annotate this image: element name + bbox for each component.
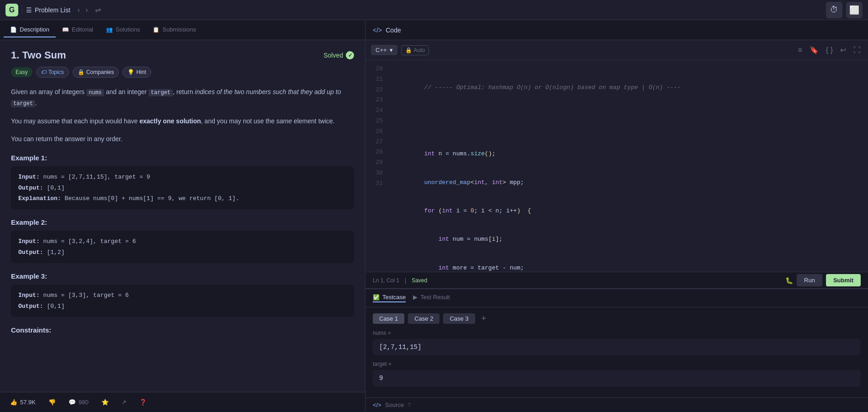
comments-button[interactable]: 💬 980	[66, 397, 91, 407]
problem-content: 1. Two Sum Solved ✓ Easy 🏷 Topics 🔒 Comp…	[0, 40, 365, 392]
fullscreen-button[interactable]: ⛶	[852, 44, 863, 56]
code-toolbar: C++ ▾ 🔒 Auto ≡ 🔖 { } ↩ ⛶	[365, 40, 868, 60]
example-2-title: Example 2:	[11, 218, 354, 226]
problem-tags: Easy 🏷 Topics 🔒 Companies 💡 Hint	[11, 67, 354, 78]
line-num-30: 30	[365, 168, 388, 179]
help-button[interactable]: ❓	[137, 397, 149, 407]
companies-tag[interactable]: 🔒 Companies	[73, 67, 119, 78]
nums-code: nums	[86, 89, 104, 96]
thumbs-up-icon: 👍	[10, 399, 17, 406]
testcase-content: Case 1 Case 2 Case 3 + nums = [2,7,11,15…	[365, 307, 868, 397]
line-num-29: 29	[365, 158, 388, 168]
undo-button[interactable]: ↩	[838, 44, 848, 56]
tab-description[interactable]: 📄 Description	[4, 22, 56, 37]
next-button[interactable]: ›	[84, 4, 90, 16]
tab-solutions-label: Solutions	[116, 26, 140, 33]
auto-label: Auto	[414, 47, 425, 53]
line-num-24: 24	[365, 106, 388, 116]
bottom-panel: ✅ Testcase ▶ Test Result Case 1 Case 2 C…	[365, 289, 868, 412]
topics-tag[interactable]: 🏷 Topics	[36, 67, 69, 78]
line-num-20: 20	[365, 64, 388, 74]
nav-right: ⏱ ⬜	[826, 2, 863, 18]
nums-value[interactable]: [2,7,11,15]	[373, 339, 861, 355]
code-line-24: unordered_map<int, int> mpp;	[396, 178, 861, 188]
code-status-bar: Ln 1, Col 1 | Saved 🐛 Run Submit	[365, 272, 868, 289]
shuffle-button[interactable]: ⇌	[93, 4, 103, 16]
dislike-button[interactable]: 👎	[46, 397, 58, 407]
left-tabs: 📄 Description 📖 Editorial 👥 Solutions 📋 …	[0, 20, 365, 40]
submit-button[interactable]: Submit	[826, 274, 861, 286]
logo[interactable]: G	[5, 4, 18, 16]
case-2-tab[interactable]: Case 2	[408, 313, 439, 324]
problem-title: 1. Two Sum	[11, 49, 66, 61]
format-code-button[interactable]: { }	[824, 44, 835, 56]
line-num-21: 21	[365, 74, 388, 85]
test-result-label: Test Result	[420, 294, 450, 301]
code-brackets-icon: </>	[373, 26, 382, 34]
lock-small-icon: 🔒	[405, 47, 412, 53]
chevron-down-icon: ▾	[390, 47, 393, 53]
auto-badge-button[interactable]: 🔒 Auto	[401, 45, 429, 55]
target-value[interactable]: 9	[373, 370, 861, 386]
problem-list-label: Problem List	[35, 6, 70, 14]
code-line-27: int more = target - num;	[396, 264, 861, 272]
lock-icon: 🔒	[78, 69, 85, 75]
code-header: </> Code	[365, 20, 868, 40]
code-header-title: Code	[386, 26, 401, 34]
source-label: Source	[385, 401, 404, 408]
solved-badge: Solved ✓	[323, 51, 354, 59]
line-num-28: 28	[365, 147, 388, 158]
layout-button[interactable]: ⬜	[846, 2, 863, 18]
tab-solutions[interactable]: 👥 Solutions	[100, 22, 146, 37]
tab-test-result[interactable]: ▶ Test Result	[413, 294, 450, 302]
case-tabs: Case 1 Case 2 Case 3 +	[373, 313, 861, 324]
tab-submissions-label: Submissions	[162, 26, 196, 33]
add-case-button[interactable]: +	[479, 313, 489, 324]
timer-button[interactable]: ⏱	[826, 2, 842, 18]
hint-tag[interactable]: 💡 Hint	[122, 67, 151, 78]
main-layout: 📄 Description 📖 Editorial 👥 Solutions 📋 …	[0, 20, 868, 412]
case-1-tab[interactable]: Case 1	[373, 313, 404, 324]
tag-icon: 🏷	[41, 69, 47, 75]
testcase-tab-icon: ✅	[373, 294, 380, 301]
toolbar-right: ≡ 🔖 { } ↩ ⛶	[796, 44, 863, 56]
solutions-tab-icon: 👥	[106, 26, 113, 33]
target-code: target	[148, 89, 173, 96]
code-line-26: int num = nums[i];	[396, 235, 861, 244]
run-button[interactable]: Run	[797, 274, 822, 286]
tab-submissions[interactable]: 📋 Submissions	[146, 22, 202, 37]
code-lines: // ----- Optimal: hashmap O(n) or O(nlog…	[388, 60, 868, 272]
difficulty-tag[interactable]: Easy	[11, 67, 32, 77]
source-help-icon[interactable]: ?	[408, 401, 411, 408]
description-tab-icon: 📄	[10, 26, 17, 33]
nav-divider	[22, 5, 22, 15]
code-area: 20 21 22 23 24 25 26 27 28 29 30 31 // -…	[365, 60, 868, 272]
tab-description-label: Description	[20, 26, 49, 33]
language-selector[interactable]: C++ ▾	[371, 45, 397, 55]
case-3-tab[interactable]: Case 3	[443, 313, 475, 324]
debug-icon: 🐛	[785, 277, 793, 284]
bookmark-code-button[interactable]: 🔖	[808, 44, 820, 56]
target-code-2: target	[11, 100, 35, 107]
share-button[interactable]: ↗	[119, 397, 129, 407]
problem-header: 1. Two Sum Solved ✓	[11, 49, 354, 61]
testcase-tab-label: Testcase	[382, 294, 406, 301]
top-nav: G ☰ Problem List ‹ › ⇌ ⏱ ⬜	[0, 0, 868, 20]
star-icon: ⭐	[101, 399, 109, 406]
list-icon-button[interactable]: ≡	[796, 44, 804, 56]
source-code-icon: </>	[373, 401, 381, 408]
example-1-title: Example 1:	[11, 154, 354, 162]
problem-list-link[interactable]: ☰ Problem List	[26, 6, 70, 14]
nav-arrows: ‹ ›	[76, 4, 90, 16]
prev-button[interactable]: ‹	[76, 4, 82, 16]
code-line-20: // ----- Optimal: hashmap O(n) or O(nlog…	[396, 83, 861, 93]
example-2-block: Input: nums = [3,2,4], target = 6 Output…	[11, 231, 354, 263]
target-label: target =	[373, 361, 861, 367]
bookmark-button[interactable]: ⭐	[99, 397, 111, 407]
tab-testcase[interactable]: ✅ Testcase	[373, 294, 406, 302]
like-button[interactable]: 👍 57.9K	[7, 397, 38, 407]
exactly-text: exactly one solution	[139, 117, 201, 125]
editorial-tab-icon: 📖	[62, 26, 69, 33]
tab-editorial[interactable]: 📖 Editorial	[56, 22, 100, 37]
code-editor[interactable]: 20 21 22 23 24 25 26 27 28 29 30 31 // -…	[365, 60, 868, 272]
